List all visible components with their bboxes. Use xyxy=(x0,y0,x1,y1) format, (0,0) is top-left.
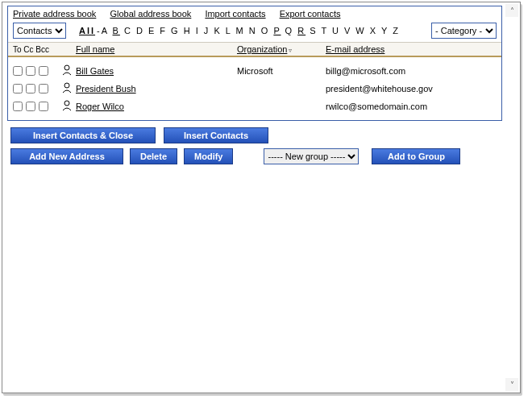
add-new-address-button[interactable]: Add New Address xyxy=(10,148,123,164)
delete-button[interactable]: Delete xyxy=(130,148,177,164)
category-select[interactable]: - Category - xyxy=(431,23,497,39)
top-links: Private address book Global address book… xyxy=(8,6,501,20)
link-global-book[interactable]: Global address book xyxy=(110,9,191,19)
header-organization[interactable]: Organization xyxy=(237,44,287,54)
header-email[interactable]: E-mail address xyxy=(326,44,384,54)
app-frame: ˄ ˅ Private address book Global address … xyxy=(2,2,521,393)
scroll-down-icon[interactable]: ˅ xyxy=(505,378,518,391)
contact-org: Microsoft xyxy=(237,66,326,76)
svg-point-2 xyxy=(64,101,69,106)
table-row: President Bush president@whitehouse.gov xyxy=(8,80,501,98)
to-checkbox[interactable] xyxy=(13,102,23,111)
contact-name-link[interactable]: Bill Gates xyxy=(76,66,114,76)
contact-email: billg@microsoft.com xyxy=(326,66,497,76)
contact-name-link[interactable]: Roger Wilco xyxy=(76,102,124,111)
cc-checkbox[interactable] xyxy=(26,84,35,93)
bcc-checkbox[interactable] xyxy=(39,84,48,93)
cc-checkbox[interactable] xyxy=(26,102,35,111)
header-checks: To Cc Bcc xyxy=(13,45,61,54)
table-row: Bill Gates Microsoft billg@microsoft.com xyxy=(8,62,501,80)
insert-contacts-button[interactable]: Insert Contacts xyxy=(164,127,268,143)
scroll-up-icon[interactable]: ˄ xyxy=(505,4,518,17)
grid-body: Bill Gates Microsoft billg@microsoft.com… xyxy=(8,57,501,120)
add-to-group-button[interactable]: Add to Group xyxy=(372,148,460,164)
cc-checkbox[interactable] xyxy=(26,66,35,76)
svg-point-0 xyxy=(64,65,69,70)
table-row: Roger Wilco rwilco@somedomain.com xyxy=(8,98,501,115)
to-checkbox[interactable] xyxy=(13,84,23,93)
button-row-2: Add New Address Delete Modify ----- New … xyxy=(7,148,502,164)
link-import-contacts[interactable]: Import contacts xyxy=(205,9,265,19)
person-icon xyxy=(61,64,73,76)
contact-email: president@whitehouse.gov xyxy=(326,84,497,93)
button-row-1: Insert Contacts & Close Insert Contacts xyxy=(7,127,502,143)
person-icon xyxy=(61,100,73,111)
modify-button[interactable]: Modify xyxy=(184,148,233,164)
contacts-select[interactable]: Contacts xyxy=(13,23,66,39)
bcc-checkbox[interactable] xyxy=(39,66,48,76)
to-checkbox[interactable] xyxy=(13,66,23,76)
grid-header: To Cc Bcc Full name Organization▿ E-mail… xyxy=(8,42,501,57)
link-private-book[interactable]: Private address book xyxy=(13,9,96,19)
insert-contacts-close-button[interactable]: Insert Contacts & Close xyxy=(10,127,156,143)
group-select[interactable]: ----- New group ----- xyxy=(264,148,359,164)
link-export-contacts[interactable]: Export contacts xyxy=(280,9,341,19)
contact-email: rwilco@somedomain.com xyxy=(326,102,497,111)
person-icon xyxy=(61,82,73,93)
alpha-filter[interactable]: All-A B C D E F G H I J K L M N O P Q R … xyxy=(79,26,400,35)
header-fullname[interactable]: Full name xyxy=(76,44,114,54)
contacts-panel: Private address book Global address book… xyxy=(7,6,502,121)
bcc-checkbox[interactable] xyxy=(39,102,48,111)
sort-indicator-icon: ▿ xyxy=(289,47,292,54)
contact-name-link[interactable]: President Bush xyxy=(76,84,136,93)
filter-row: Contacts All-A B C D E F G H I J K L M N… xyxy=(8,20,501,42)
svg-point-1 xyxy=(64,83,69,88)
